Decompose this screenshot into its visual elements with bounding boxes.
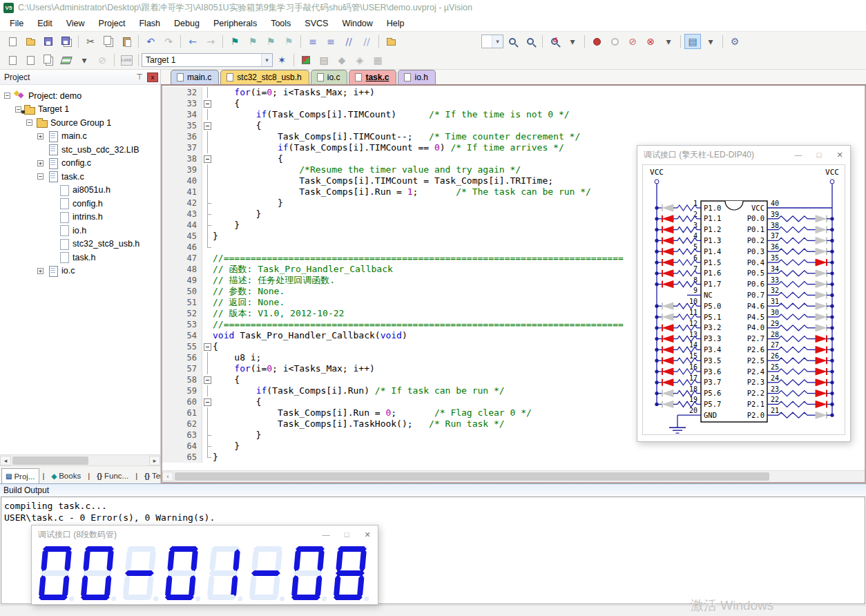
find-next-icon[interactable] — [504, 34, 521, 49]
uncomment-selection-icon[interactable]: // — [358, 34, 375, 49]
menu-project[interactable]: Project — [92, 17, 133, 30]
build-icon[interactable] — [22, 52, 39, 68]
maximize-icon[interactable]: □ — [809, 147, 829, 162]
save-icon[interactable] — [40, 34, 57, 49]
stop-build-icon[interactable]: ⊘ — [94, 52, 110, 68]
paste-icon[interactable] — [118, 34, 135, 49]
fold-collapse-icon[interactable] — [202, 396, 213, 407]
collapse-icon[interactable]: − — [37, 173, 44, 180]
pack-installer-icon[interactable]: ▦ — [369, 52, 386, 68]
project-panel-hscrollbar[interactable]: ◂ ▸ — [0, 454, 160, 465]
tree-item-io-h[interactable]: +io.h — [0, 224, 160, 238]
check-software-packs-icon[interactable]: ◈ — [352, 52, 368, 68]
breakpoint-insert-icon[interactable] — [588, 34, 605, 49]
tab-task-c[interactable]: task.c — [349, 70, 396, 84]
maximize-icon[interactable]: □ — [336, 527, 357, 542]
breakpoint-toggle-icon[interactable] — [606, 34, 623, 49]
tree-item-project-demo[interactable]: −Project: demo — [0, 89, 160, 103]
breakpoints-disable-all-icon[interactable]: ⊘ — [624, 34, 641, 49]
tree-item-config-c[interactable]: +config.c — [0, 157, 160, 171]
tab-main-c[interactable]: main.c — [171, 70, 219, 84]
insert-bookmark-icon[interactable]: ⚑ — [227, 34, 243, 49]
close-icon[interactable]: ✕ — [829, 147, 850, 162]
new-file-icon[interactable] — [4, 34, 21, 49]
comment-selection-icon[interactable]: // — [340, 34, 357, 49]
collapse-icon[interactable]: − — [4, 93, 10, 99]
menu-svcs[interactable]: SVCS — [298, 17, 335, 30]
configure-icon[interactable]: ⚙ — [727, 34, 743, 49]
fold-collapse-icon[interactable] — [202, 153, 213, 164]
menu-window[interactable]: Window — [335, 17, 379, 30]
menu-peripherals[interactable]: Peripherals — [206, 17, 264, 30]
translate-icon[interactable] — [4, 52, 21, 68]
led-window-titlebar[interactable]: 调试接口 (擎天柱-LED-DIP40) — □ ✕ — [637, 146, 850, 164]
open-file-icon[interactable] — [22, 34, 39, 49]
lookup-icon[interactable] — [546, 34, 563, 49]
tree-item-ai8051u-h[interactable]: +ai8051u.h — [0, 184, 160, 198]
clear-bookmarks-icon[interactable]: ⚑ — [280, 34, 297, 49]
scroll-left-arrow[interactable]: ‹ — [162, 472, 173, 481]
navigate-back-icon[interactable]: ← — [184, 34, 201, 49]
breakpoints-kill-all-icon[interactable]: ⊗ — [642, 34, 659, 49]
options-for-target-icon[interactable]: ✶ — [273, 52, 290, 68]
target-select[interactable]: Target 1▾ — [142, 53, 273, 67]
cut-icon[interactable]: ✂ — [82, 34, 99, 49]
menu-file[interactable]: File — [3, 17, 30, 30]
tree-item-task-c[interactable]: −task.c — [0, 170, 160, 184]
menu-flash[interactable]: Flash — [132, 17, 167, 30]
fold-collapse-icon[interactable] — [202, 374, 213, 385]
close-panel-button[interactable]: x — [147, 73, 158, 82]
caret-icon[interactable]: ▾ — [702, 34, 719, 49]
tree-item-task-h[interactable]: +task.h — [0, 251, 160, 264]
tree-item-io-c[interactable]: +io.c — [0, 264, 160, 278]
indent-icon[interactable]: ≡ — [323, 34, 339, 49]
caret-icon[interactable]: ▾ — [564, 34, 581, 49]
fold-collapse-icon[interactable] — [202, 98, 213, 109]
tab-io-h[interactable]: io.h — [398, 70, 435, 84]
chevron-down-icon[interactable]: ▾ — [492, 35, 503, 48]
save-all-icon[interactable] — [58, 34, 75, 49]
tree-item-stc-usb-cdc-32-lib[interactable]: +stc_usb_cdc_32.LIB — [0, 143, 160, 157]
expand-icon[interactable]: + — [37, 133, 44, 139]
unindent-icon[interactable]: ≡ — [305, 34, 321, 49]
select-software-packs-icon[interactable]: ◆ — [334, 52, 350, 68]
minimize-icon[interactable]: — — [316, 527, 336, 542]
close-icon[interactable]: ✕ — [357, 527, 378, 542]
fold-collapse-icon[interactable] — [202, 341, 213, 352]
expand-icon[interactable]: + — [37, 268, 44, 274]
tree-item-stc32-stc8-usb-h[interactable]: +stc32_stc8_usb.h — [0, 238, 160, 251]
menu-tools[interactable]: Tools — [264, 17, 298, 30]
tab-stc32_stc8_usb-h[interactable]: stc32_stc8_usb.h — [220, 70, 309, 84]
menu-view[interactable]: View — [59, 17, 92, 30]
menu-help[interactable]: Help — [380, 17, 412, 30]
bottom-tab-books[interactable]: ◈Books — [48, 468, 85, 483]
find-in-files-icon[interactable] — [383, 34, 399, 49]
redo-icon[interactable]: ↷ — [160, 34, 177, 49]
tree-item-config-h[interactable]: +config.h — [0, 197, 160, 211]
pin-icon[interactable]: ⊤ — [134, 72, 145, 82]
search-combo[interactable]: ▾ — [481, 35, 503, 48]
minimize-icon[interactable]: — — [788, 147, 809, 162]
caret-icon[interactable]: ▾ — [76, 52, 93, 68]
navigate-forward-icon[interactable]: → — [202, 34, 219, 49]
rebuild-icon[interactable] — [40, 52, 57, 68]
manage-run-time-environment-icon[interactable]: ▤ — [316, 52, 332, 68]
bottom-tab-proj[interactable]: ▤Proj... — [1, 468, 39, 483]
goto-next-bookmark-icon[interactable]: ⚑ — [244, 34, 261, 49]
caret-icon[interactable]: ▾ — [660, 34, 677, 49]
scroll-left-arrow[interactable]: ◂ — [0, 456, 11, 465]
scroll-right-arrow[interactable]: ▸ — [149, 456, 160, 465]
chevron-down-icon[interactable]: ▾ — [261, 54, 272, 66]
tree-item-target-1[interactable]: −✱Target 1 — [0, 103, 160, 117]
tree-item-main-c[interactable]: +main.c — [0, 130, 160, 144]
tree-item-source-group-1[interactable]: −Source Group 1 — [0, 116, 160, 130]
seg-window-titlebar[interactable]: 调试接口 (8段数码管) — □ ✕ — [32, 526, 378, 543]
tab-io-c[interactable]: io.c — [311, 70, 348, 84]
expand-icon[interactable]: + — [37, 160, 44, 166]
menu-edit[interactable]: Edit — [30, 17, 59, 30]
project-windows-icon[interactable]: ▤ — [684, 34, 701, 49]
bottom-tab-func[interactable]: {}Func... — [93, 468, 132, 483]
incremental-find-icon[interactable] — [522, 34, 539, 49]
menu-debug[interactable]: Debug — [167, 17, 206, 30]
tree-item-intrins-h[interactable]: +intrins.h — [0, 211, 160, 224]
